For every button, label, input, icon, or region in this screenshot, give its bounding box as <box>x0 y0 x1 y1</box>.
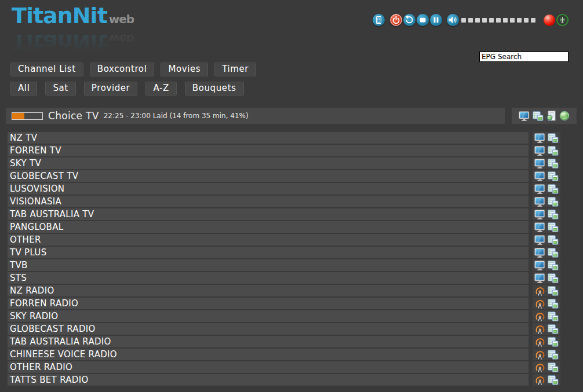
volume-icon[interactable] <box>447 14 459 26</box>
volume-bar[interactable] <box>461 18 535 23</box>
channel-row-bar[interactable]: OTHER <box>8 234 529 246</box>
channel-row-bar[interactable]: SKY TV <box>8 157 529 169</box>
epg-list-icon[interactable] <box>548 286 559 296</box>
epg-list-icon[interactable] <box>548 235 559 245</box>
epg-list-icon[interactable] <box>548 375 559 385</box>
volume-segment <box>475 18 480 23</box>
radio-icon[interactable] <box>534 286 545 296</box>
channel-row: GLOBECAST TV <box>8 170 560 182</box>
pause-icon[interactable] <box>430 14 442 26</box>
epg-list-icon[interactable] <box>548 222 559 232</box>
epg-list-icon[interactable] <box>548 171 559 181</box>
epg-list-icon[interactable] <box>548 133 559 143</box>
epg-list-icon[interactable] <box>548 337 559 347</box>
channel-row-bar[interactable]: VISIONASIA <box>8 196 529 207</box>
nav-boxcontrol-button[interactable]: Boxcontrol <box>90 63 155 76</box>
globe-icon[interactable] <box>559 111 570 121</box>
epg-search-input[interactable] <box>479 52 569 62</box>
epg-list-icon[interactable] <box>533 111 544 121</box>
radio-icon[interactable] <box>534 362 545 372</box>
channel-name: STS <box>8 272 529 284</box>
channel-row-bar[interactable]: TAB AUSTRALIA RADIO <box>8 336 529 347</box>
tv-screen-icon[interactable] <box>534 210 545 219</box>
epg-list-icon[interactable] <box>548 210 559 219</box>
channel-row-bar[interactable]: FORREN TV <box>8 145 529 156</box>
titannit-web-page: TitanNitweb TitanNitweb <box>0 0 583 392</box>
epg-list-icon[interactable] <box>548 273 559 283</box>
channel-row-bar[interactable]: OTHER RADIO <box>8 361 529 373</box>
channel-name: OTHER RADIO <box>8 361 529 373</box>
nav-channel-list-button[interactable]: Channel List <box>10 63 83 76</box>
epg-list-icon[interactable] <box>548 159 559 168</box>
radio-icon[interactable] <box>534 312 545 321</box>
channel-row-bar[interactable]: TAB AUSTRALIA TV <box>8 208 529 220</box>
tv-screen-icon[interactable] <box>519 111 530 121</box>
logo-reflection-fade <box>6 29 156 56</box>
power-icon[interactable] <box>390 14 402 26</box>
epg-list-icon[interactable] <box>548 312 559 321</box>
keypad-icon[interactable] <box>373 14 385 26</box>
tv-screen-icon[interactable] <box>534 248 545 258</box>
filter-az-button[interactable]: A-Z <box>145 82 176 96</box>
epg-list-icon[interactable] <box>548 248 559 258</box>
channel-row-bar[interactable]: NZ RADIO <box>8 285 529 296</box>
epg-list-icon[interactable] <box>548 362 559 372</box>
radio-icon[interactable] <box>534 324 545 334</box>
radio-icon[interactable] <box>534 337 545 347</box>
nav-timer-button[interactable]: Timer <box>214 63 256 76</box>
channel-row: TAB AUSTRALIA RADIO <box>8 336 560 347</box>
epg-list-icon[interactable] <box>548 299 559 309</box>
channel-row-bar[interactable]: STS <box>8 272 529 284</box>
radio-icon[interactable] <box>534 299 545 309</box>
channel-row-bar[interactable]: LUSOVISION <box>8 183 529 195</box>
tv-screen-icon[interactable] <box>534 261 545 270</box>
channel-row-actions <box>533 196 560 207</box>
channel-row-bar[interactable]: TV PLUS <box>8 247 529 258</box>
tv-screen-icon[interactable] <box>534 146 545 156</box>
epg-list-icon[interactable] <box>548 261 559 270</box>
restart-icon[interactable] <box>403 14 416 26</box>
volume-segment <box>524 18 529 23</box>
stop-icon[interactable] <box>417 14 429 26</box>
epg-list-icon[interactable] <box>548 184 559 194</box>
channel-row-bar[interactable]: TVB <box>8 259 529 271</box>
radio-icon[interactable] <box>534 375 545 385</box>
filter-provider-button[interactable]: Provider <box>84 82 138 96</box>
channel-row-bar[interactable]: NZ TV <box>8 132 529 144</box>
epg-list-icon[interactable] <box>548 350 559 360</box>
channel-row: PANGLOBAL <box>8 221 560 233</box>
volume-segment <box>517 18 522 23</box>
tv-screen-icon[interactable] <box>534 235 545 245</box>
tv-screen-icon[interactable] <box>534 222 545 232</box>
channel-row: TATTS BET RADIO <box>8 374 560 386</box>
tv-screen-icon[interactable] <box>534 197 545 207</box>
channel-row-bar[interactable]: TATTS BET RADIO <box>8 374 529 386</box>
channel-row-bar[interactable]: PANGLOBAL <box>8 221 529 233</box>
record-icon[interactable] <box>544 14 555 26</box>
tv-screen-icon[interactable] <box>534 273 545 283</box>
filter-all-button[interactable]: All <box>10 82 37 96</box>
channel-name: FORREN RADIO <box>8 298 529 309</box>
epg-list-icon[interactable] <box>548 146 559 156</box>
tv-screen-icon[interactable] <box>534 159 545 168</box>
channel-row-bar[interactable]: FORREN RADIO <box>8 298 529 309</box>
signal-icon[interactable] <box>556 14 569 26</box>
filter-bouquets-button[interactable]: Bouquets <box>185 82 244 96</box>
epg-list-icon[interactable] <box>548 197 559 207</box>
tv-screen-icon[interactable] <box>534 133 545 143</box>
channel-name: TAB AUSTRALIA RADIO <box>8 336 529 347</box>
epg-list-icon[interactable] <box>548 324 559 334</box>
tv-screen-icon[interactable] <box>534 184 545 194</box>
radio-icon[interactable] <box>534 350 545 360</box>
volume-segment <box>503 18 508 23</box>
filter-sat-button[interactable]: Sat <box>45 82 75 96</box>
tv-screen-icon[interactable] <box>534 171 545 181</box>
channel-row-bar[interactable]: SKY RADIO <box>8 310 529 322</box>
channel-row-bar[interactable]: CHINEESE VOICE RADIO <box>8 349 529 360</box>
channel-row-bar[interactable]: GLOBECAST TV <box>8 170 529 182</box>
channel-row: SKY RADIO <box>8 310 560 322</box>
nav-movies-button[interactable]: Movies <box>161 63 208 76</box>
web-epg-icon[interactable] <box>546 111 556 121</box>
channel-row: GLOBECAST RADIO <box>8 323 560 335</box>
channel-row-bar[interactable]: GLOBECAST RADIO <box>8 323 529 335</box>
